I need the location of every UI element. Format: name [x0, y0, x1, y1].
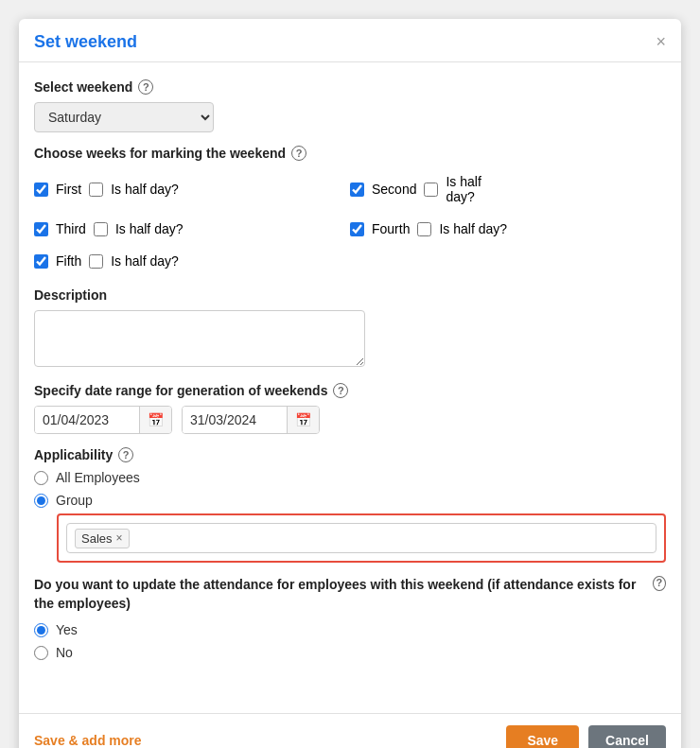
all-employees-radio[interactable]: [34, 471, 48, 485]
group-box: Sales ×: [57, 513, 666, 563]
first-halfday-label[interactable]: Is half day?: [111, 182, 179, 197]
second-halfday-label[interactable]: Is halfday?: [446, 174, 502, 204]
attendance-question: Do you want to update the attendance for…: [34, 576, 666, 613]
date-inputs: 📅 📅: [34, 406, 666, 434]
applicability-section: Applicability ? All Employees Group: [34, 447, 666, 563]
no-row: No: [34, 645, 666, 660]
description-label: Description: [34, 287, 666, 303]
applicability-label: Applicability ?: [34, 447, 666, 462]
date-range-label: Specify date range for generation of wee…: [34, 383, 666, 398]
third-checkbox[interactable]: [34, 222, 48, 236]
fifth-label[interactable]: Fifth: [56, 253, 81, 269]
start-date-calendar-icon[interactable]: 📅: [139, 407, 171, 433]
select-weekend-dropdown[interactable]: Saturday Sunday: [34, 102, 214, 132]
end-date-wrap: 📅: [182, 406, 320, 434]
fifth-checkbox[interactable]: [34, 254, 48, 269]
group-radio[interactable]: [34, 494, 48, 508]
attendance-section: Do you want to update the attendance for…: [34, 576, 666, 660]
start-date-wrap: 📅: [34, 406, 172, 434]
second-checkbox[interactable]: [350, 183, 364, 197]
no-label[interactable]: No: [56, 645, 73, 660]
week-fifth-row: Fifth Is half day?: [34, 248, 350, 274]
attendance-radio-group: Yes No: [34, 622, 666, 660]
group-input-wrap[interactable]: Sales ×: [66, 523, 656, 553]
group-tag-sales-label: Sales: [81, 531, 113, 546]
fourth-label[interactable]: Fourth: [372, 221, 410, 236]
third-halfday-label[interactable]: Is half day?: [115, 221, 184, 236]
first-halfday-checkbox[interactable]: [89, 183, 103, 197]
group-label[interactable]: Group: [56, 493, 93, 508]
week-second-row: Second Is halfday?: [350, 168, 666, 210]
fifth-halfday-checkbox[interactable]: [89, 254, 103, 269]
description-textarea[interactable]: [34, 310, 365, 367]
second-halfday-checkbox[interactable]: [424, 183, 438, 197]
third-label[interactable]: Third: [56, 221, 86, 236]
description-section: Description: [34, 287, 666, 370]
first-checkbox[interactable]: [34, 183, 48, 197]
applicability-radio-group: All Employees Group Sales ×: [34, 470, 666, 563]
cancel-button[interactable]: Cancel: [588, 725, 666, 748]
modal-title: Set weekend: [34, 32, 137, 52]
choose-weeks-help-icon[interactable]: ?: [291, 146, 306, 161]
third-halfday-checkbox[interactable]: [94, 222, 108, 236]
date-range-section: Specify date range for generation of wee…: [34, 383, 666, 434]
close-button[interactable]: ×: [656, 32, 666, 52]
second-label[interactable]: Second: [372, 182, 416, 197]
week-third-row: Third Is half day?: [34, 216, 350, 242]
modal-header: Set weekend ×: [19, 19, 681, 62]
group-row: Group: [34, 493, 666, 508]
all-employees-label[interactable]: All Employees: [56, 470, 140, 485]
modal-body: Select weekend ? Saturday Sunday Choose …: [19, 62, 681, 713]
set-weekend-modal: Set weekend × Select weekend ? Saturday …: [19, 19, 681, 748]
end-date-input[interactable]: [183, 407, 287, 433]
group-tag-sales-remove[interactable]: ×: [116, 531, 123, 545]
end-date-calendar-icon[interactable]: 📅: [287, 407, 319, 433]
choose-weeks-label: Choose weeks for marking the weekend ?: [34, 146, 666, 161]
yes-row: Yes: [34, 622, 666, 637]
select-weekend-label: Select weekend ?: [34, 79, 666, 95]
week-fourth-row: Fourth Is half day?: [350, 216, 666, 242]
no-radio[interactable]: [34, 646, 48, 660]
all-employees-row: All Employees: [34, 470, 666, 485]
date-range-help-icon[interactable]: ?: [333, 383, 348, 398]
week-first-row: First Is half day?: [34, 168, 350, 210]
modal-footer: Save & add more Save Cancel: [19, 713, 681, 748]
first-label[interactable]: First: [56, 182, 81, 197]
fourth-checkbox[interactable]: [350, 222, 364, 236]
attendance-help-icon[interactable]: ?: [653, 576, 666, 591]
fourth-halfday-checkbox[interactable]: [417, 222, 431, 236]
save-button[interactable]: Save: [506, 725, 579, 748]
fourth-halfday-label[interactable]: Is half day?: [439, 221, 507, 236]
yes-radio[interactable]: [34, 623, 48, 637]
weeks-container: First Is half day? Second Is halfday? Th…: [34, 168, 666, 274]
footer-right: Save Cancel: [506, 725, 666, 748]
start-date-input[interactable]: [35, 407, 139, 433]
save-add-more-button[interactable]: Save & add more: [34, 733, 142, 748]
group-tag-sales: Sales ×: [75, 529, 130, 548]
yes-label[interactable]: Yes: [56, 622, 78, 637]
fifth-halfday-label[interactable]: Is half day?: [111, 253, 179, 269]
select-weekend-help-icon[interactable]: ?: [138, 79, 153, 95]
applicability-help-icon[interactable]: ?: [118, 447, 133, 462]
